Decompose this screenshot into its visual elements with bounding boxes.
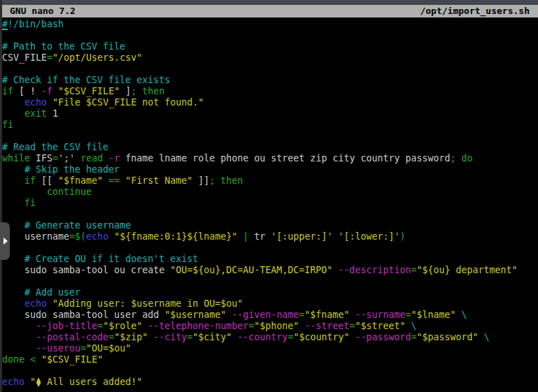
code-line [2, 64, 538, 75]
code-line: exit 1 [2, 108, 538, 119]
window-top-bar [0, 0, 538, 5]
nano-titlebar: GNU nano 7.2 /opt/import_users.sh [0, 5, 538, 17]
code-line: done < "$CSV_FILE" [2, 354, 538, 365]
code-line: # Create OU if it doesn't exist [2, 254, 538, 265]
nano-version-label: GNU nano 7.2 [10, 5, 76, 17]
code-line: CSV_FILE="/opt/Users.csv" [2, 52, 538, 64]
code-line: # Check if the CSV file exists [2, 75, 538, 86]
code-line: fi [2, 119, 538, 131]
code-line: --job-title="$role" --telephone-number="… [2, 321, 538, 332]
code-line: #!/bin/bash [2, 19, 538, 30]
code-line: # Path to the CSV file [2, 41, 538, 52]
code-line: while IFS=';' read -r fname lname role p… [2, 153, 538, 164]
code-line: username=$(echo "${fname:0:1}${lname}" |… [2, 231, 538, 242]
code-line [2, 209, 538, 220]
code-line [2, 276, 538, 287]
code-line: # Add user [2, 287, 538, 298]
panel-expand-right-icon [3, 238, 8, 245]
text-cursor: # [2, 19, 8, 29]
code-line: continue [2, 187, 538, 198]
code-line [2, 131, 538, 142]
code-line: if [[ "$fname" == "First Name" ]]; then [2, 175, 538, 187]
code-line [2, 365, 538, 377]
code-line: --userou="OU=$ou" [2, 343, 538, 354]
side-panel-handle[interactable] [0, 222, 10, 260]
code-line: # Skip the header [2, 164, 538, 175]
code-line [2, 30, 538, 41]
code-line: fi [2, 198, 538, 209]
code-line: # Generate username [2, 220, 538, 231]
code-line: --postal-code="$zip" --city="$city" --co… [2, 332, 538, 343]
window-left-edge [0, 0, 2, 392]
code-line: sudo samba-tool ou create "OU=${ou},DC=A… [2, 265, 538, 276]
terminal-window: { "window": { "top_bar_color": "#43464e"… [0, 0, 538, 392]
code-line: echo "⧫ All users added!" [2, 377, 538, 388]
code-editor[interactable]: #!/bin/bash# Path to the CSV fileCSV_FIL… [0, 17, 538, 392]
code-line: echo "File $CSV_FILE not found." [2, 97, 538, 108]
code-line: # Read the CSV file [2, 142, 538, 153]
code-line [2, 242, 538, 254]
file-path-label: /opt/import_users.sh [420, 5, 530, 17]
code-line: echo "Adding user: $username in OU=$ou" [2, 298, 538, 310]
code-line: if [ ! -f "$CSV_FILE" ]; then [2, 86, 538, 97]
code-line: sudo samba-tool user add "$username" --g… [2, 310, 538, 321]
